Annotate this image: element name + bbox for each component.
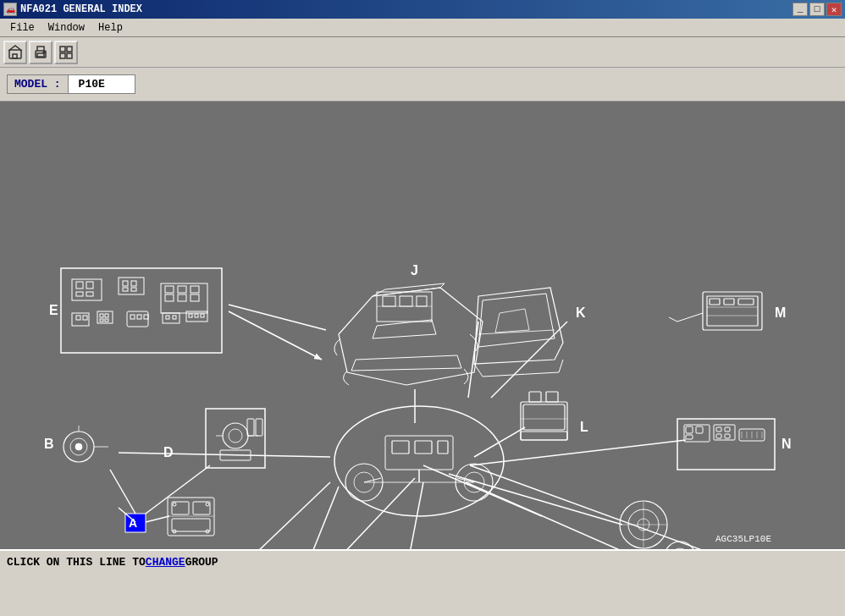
title-bar: 🚗 NFA021 GENERAL INDEX _ □ ✕: [0, 0, 845, 19]
title-bar-left: 🚗 NFA021 GENERAL INDEX: [3, 3, 142, 16]
toolbar-button-print[interactable]: [29, 41, 52, 64]
svg-rect-3: [37, 53, 44, 57]
close-button[interactable]: ✕: [826, 3, 842, 16]
toolbar-button-home[interactable]: [3, 41, 27, 64]
svg-rect-8: [67, 53, 72, 58]
model-value: P10E: [68, 74, 135, 94]
menu-window[interactable]: Window: [41, 20, 91, 36]
status-text: CLICK ON THIS LINE TO: [7, 556, 146, 569]
svg-text:M: M: [775, 305, 786, 320]
diagram-area[interactable]: E J: [0, 102, 845, 549]
title-controls: _ □ ✕: [793, 3, 842, 16]
toolbar: [0, 37, 845, 68]
status-rest: GROUP: [185, 556, 218, 569]
minimize-button[interactable]: _: [793, 3, 808, 16]
app-icon: 🚗: [3, 3, 17, 16]
svg-rect-7: [60, 53, 65, 58]
model-label: MODEL :: [7, 74, 68, 94]
svg-rect-5: [60, 47, 65, 52]
svg-text:K: K: [576, 305, 586, 320]
svg-text:B: B: [44, 437, 54, 451]
svg-text:AGC35LP10E: AGC35LP10E: [715, 534, 771, 544]
menu-file[interactable]: File: [3, 20, 41, 36]
svg-point-4: [43, 52, 45, 53]
svg-rect-1: [13, 54, 17, 58]
status-bar[interactable]: CLICK ON THIS LINE TO CHANGE GROUP: [0, 549, 845, 573]
svg-point-81: [75, 443, 82, 450]
window-title: NFA021 GENERAL INDEX: [20, 3, 142, 15]
svg-text:J: J: [411, 263, 418, 278]
status-change-link[interactable]: CHANGE: [146, 556, 185, 569]
maximize-button[interactable]: □: [809, 3, 825, 16]
svg-rect-6: [67, 47, 72, 52]
svg-text:D: D: [163, 445, 174, 459]
toolbar-button-grid[interactable]: [54, 41, 78, 64]
menu-bar: File Window Help: [0, 19, 845, 37]
svg-text:E: E: [49, 303, 58, 317]
svg-text:L: L: [580, 420, 588, 434]
menu-help[interactable]: Help: [91, 20, 130, 36]
model-bar: MODEL : P10E: [0, 68, 845, 102]
svg-text:N: N: [781, 437, 792, 451]
